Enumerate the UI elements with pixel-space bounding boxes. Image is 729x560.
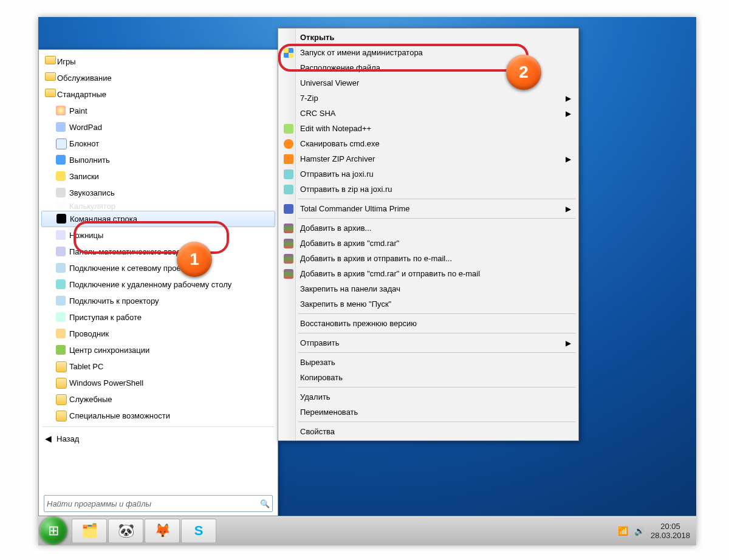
separator — [43, 426, 274, 427]
context-menu-item[interactable]: Добавить в архив и отправить по e-mail..… — [279, 251, 577, 266]
program-run[interactable]: Выполнить — [41, 152, 275, 168]
context-menu-separator — [298, 199, 576, 199]
program-explorer[interactable]: Проводник — [41, 326, 275, 342]
start-folder-games[interactable]: Игры — [41, 53, 275, 70]
program-remote-desktop[interactable]: Подключение к удаленному рабочему столу — [41, 276, 275, 293]
avast-icon — [283, 138, 294, 149]
context-menu-item[interactable]: Total Commander Ultima Prime▶ — [279, 201, 577, 216]
folder-label: Обслуживание — [57, 73, 112, 83]
submenu-arrow-icon: ▶ — [566, 339, 571, 347]
context-menu-item[interactable]: Удалить — [279, 389, 577, 405]
rdp-icon — [56, 279, 66, 289]
program-connect-projector[interactable]: Подключить к проектору — [41, 293, 275, 309]
folder-icon — [56, 361, 67, 372]
program-snipping-tool[interactable]: Ножницы — [41, 227, 275, 244]
microphone-icon — [56, 188, 66, 197]
program-command-prompt[interactable]: Командная строка — [41, 211, 275, 227]
context-menu-item[interactable]: Свойства — [279, 424, 577, 439]
start-menu-all-programs: Игры Обслуживание Стандартные Paint Word… — [38, 49, 278, 517]
start-folder-tablet-pc[interactable]: Tablet PC — [41, 358, 275, 375]
program-paint[interactable]: Paint — [41, 103, 275, 119]
context-menu-item[interactable]: Открыть — [279, 30, 577, 45]
submenu-arrow-icon: ▶ — [566, 94, 571, 103]
program-label: Командная строка — [70, 214, 137, 224]
taskbar-clock[interactable]: 20:05 28.03.2018 — [651, 522, 690, 540]
folder-label: Специальные возможности — [69, 411, 170, 420]
sync-icon — [56, 345, 66, 355]
workspace: Игры Обслуживание Стандартные Paint Word… — [0, 0, 729, 560]
context-menu-item[interactable]: Копировать — [279, 370, 577, 385]
wordpad-icon — [56, 122, 66, 132]
clock-date: 28.03.2018 — [651, 531, 690, 540]
volume-icon[interactable]: 🔊 — [634, 526, 645, 536]
search-placeholder: Найти программы и файлы — [47, 499, 151, 508]
rar-icon — [283, 223, 294, 234]
context-menu-item[interactable]: Отправить в zip на joxi.ru — [279, 182, 577, 197]
context-menu-item[interactable]: Добавить в архив "cmd.rar" — [279, 236, 577, 251]
context-menu-item[interactable]: Переименовать — [279, 405, 577, 420]
taskbar-app-skype[interactable]: S — [181, 519, 216, 543]
context-menu-item-label: Восстановить прежнюю версию — [300, 319, 417, 328]
context-menu-item[interactable]: Добавить в архив "cmd.rar" и отправить п… — [279, 266, 577, 281]
context-menu-item[interactable]: Запуск от имени администратора — [279, 45, 577, 60]
program-sound-recorder[interactable]: Звукозапись — [41, 185, 275, 201]
calculator-icon — [56, 201, 66, 210]
program-sticky-notes[interactable]: Записки — [41, 168, 275, 185]
folder-icon — [45, 56, 56, 64]
folder-label: Игры — [57, 57, 76, 66]
context-menu-item[interactable]: Отправить на joxi.ru — [279, 166, 577, 182]
context-menu-item[interactable]: Восстановить прежнюю версию — [279, 316, 577, 331]
clock-time: 20:05 — [651, 522, 690, 531]
run-icon — [56, 155, 66, 165]
program-sync-center[interactable]: Центр синхронизации — [41, 342, 275, 358]
context-menu-item[interactable]: CRC SHA▶ — [279, 106, 577, 121]
start-folder-powershell[interactable]: Windows PowerShell — [41, 375, 275, 391]
start-folder-ease-of-access[interactable]: Специальные возможности — [41, 408, 275, 424]
context-menu-item[interactable]: Расположение файла — [279, 60, 577, 75]
context-menu-item[interactable]: 7-Zip▶ — [279, 90, 577, 106]
program-getting-started[interactable]: Приступая к работе — [41, 309, 275, 326]
explorer-icon — [56, 329, 66, 338]
back-arrow-icon: ◀ — [45, 434, 52, 443]
context-menu-item[interactable]: Universal Viewer — [279, 75, 577, 90]
context-menu-item-label: Edit with Notepad++ — [300, 124, 371, 133]
program-math-input[interactable]: Панель математического ввода — [41, 244, 275, 260]
rar-icon — [283, 238, 294, 249]
search-input[interactable]: Найти программы и файлы 🔍 — [44, 495, 273, 512]
context-menu-item[interactable]: Добавить в архив... — [279, 220, 577, 236]
context-menu-item-label: Hamster ZIP Archiver — [300, 154, 375, 163]
shield-icon — [283, 47, 294, 58]
context-menu-item[interactable]: Сканировать cmd.exe — [279, 136, 577, 151]
context-menu-item[interactable]: Закрепить на панели задач — [279, 281, 577, 296]
back-label: Назад — [56, 434, 79, 443]
context-menu-item[interactable]: Отправить▶ — [279, 335, 577, 350]
start-folder-system-tools[interactable]: Служебные — [41, 391, 275, 408]
start-folder-accessories[interactable]: Стандартные — [41, 86, 275, 103]
context-menu-item-label: Отправить в zip на joxi.ru — [300, 185, 392, 194]
network-icon[interactable]: 📶 — [618, 526, 628, 536]
npp-icon — [283, 123, 294, 134]
context-menu-item[interactable]: Hamster ZIP Archiver▶ — [279, 151, 577, 166]
start-button[interactable] — [39, 517, 67, 545]
taskbar-app-panda[interactable]: 🐼 — [108, 519, 143, 543]
program-network-projector[interactable]: Подключение к сетевому проектору — [41, 260, 275, 276]
program-label: Записки — [69, 172, 99, 181]
folder-icon — [45, 89, 56, 97]
context-menu-separator — [298, 333, 576, 333]
program-wordpad[interactable]: WordPad — [41, 119, 275, 135]
context-menu-item-label: Добавить в архив "cmd.rar" и отправить п… — [300, 269, 480, 278]
context-menu-item[interactable]: Edit with Notepad++ — [279, 121, 577, 136]
rar-icon — [283, 268, 294, 279]
taskbar-app-explorer[interactable]: 🗂️ — [72, 519, 107, 543]
joxi-icon — [283, 184, 294, 195]
context-menu-item[interactable]: Закрепить в меню "Пуск" — [279, 296, 577, 312]
taskbar-app-firefox[interactable]: 🦊 — [145, 519, 180, 543]
context-menu-item-label: Удалить — [300, 392, 330, 401]
start-folder-maintenance[interactable]: Обслуживание — [41, 70, 275, 86]
program-calculator[interactable]: Калькулятор — [41, 201, 275, 211]
back-button[interactable]: ◀ Назад — [41, 429, 275, 448]
program-notepad[interactable]: Блокнот — [41, 135, 275, 152]
context-menu-item-label: Сканировать cmd.exe — [300, 139, 380, 148]
context-menu-item[interactable]: Вырезать — [279, 355, 577, 370]
hamster-icon — [283, 154, 294, 165]
